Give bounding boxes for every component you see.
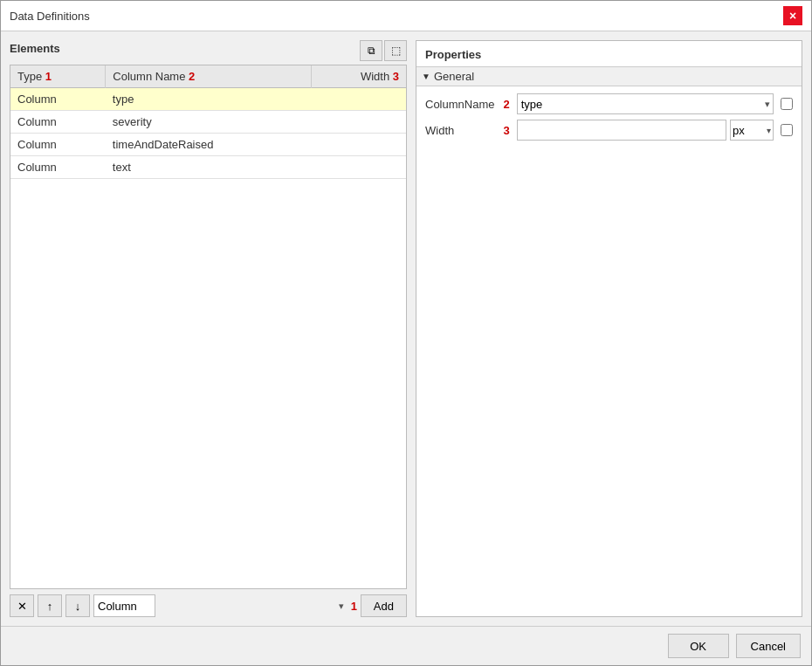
title-bar: Data Definitions × (1, 1, 811, 31)
type-select-badge: 1 (351, 600, 357, 613)
down-arrow-icon: ↓ (75, 600, 81, 613)
up-arrow-icon: ↑ (47, 600, 53, 613)
cancel-button[interactable]: Cancel (736, 634, 801, 658)
cell-column-name: severity (106, 111, 312, 134)
right-panel: Properties ▼ General ColumnName 2 type W… (416, 40, 802, 617)
column-name-checkbox[interactable] (781, 98, 793, 110)
type-select[interactable]: Column (93, 594, 155, 617)
dialog-body: Elements ⧉ ⬚ Type 1 Column Name 2 (1, 31, 811, 626)
width-input[interactable] (517, 120, 726, 141)
properties-label: Properties (416, 41, 802, 61)
move-down-button[interactable]: ↓ (65, 594, 90, 617)
cell-width (312, 111, 406, 134)
width-prop-label: Width (425, 124, 494, 137)
cell-type: Column (10, 156, 106, 179)
cell-column-name: timeAndDateRaised (106, 134, 312, 156)
width-badge: 3 (503, 124, 509, 137)
cell-type: Column (10, 134, 106, 156)
general-section-header[interactable]: ▼ General (416, 66, 802, 86)
unit-select[interactable]: px % em (730, 120, 774, 141)
width-checkbox[interactable] (781, 124, 793, 136)
ok-button[interactable]: OK (668, 634, 729, 658)
table-header-row: Type 1 Column Name 2 Width 3 (10, 65, 406, 88)
column-name-select-wrapper: type (517, 93, 774, 114)
dialog-footer: OK Cancel (1, 626, 811, 665)
cell-column-name: text (106, 156, 312, 179)
elements-header: Elements ⧉ ⬚ (10, 40, 407, 61)
collapse-icon: ▼ (422, 72, 430, 81)
cell-type: Column (10, 88, 106, 111)
copy-icon-btn-1[interactable]: ⧉ (360, 40, 382, 61)
cell-width (312, 156, 406, 179)
cell-width (312, 134, 406, 156)
icon-group: ⧉ ⬚ (360, 40, 407, 61)
copy-icon-btn-2[interactable]: ⬚ (384, 40, 407, 61)
table-body: Column type Column severity Column timeA… (10, 88, 406, 179)
table-row[interactable]: Column type (10, 88, 406, 111)
remove-icon: ✕ (17, 600, 27, 613)
table-row[interactable]: Column timeAndDateRaised (10, 134, 406, 156)
col-header-width: Width 3 (312, 65, 406, 88)
column-name-badge: 2 (503, 98, 509, 111)
elements-table-wrapper: Type 1 Column Name 2 Width 3 Co (10, 65, 407, 589)
table-row[interactable]: Column severity (10, 111, 406, 134)
left-panel: Elements ⧉ ⬚ Type 1 Column Name 2 (10, 40, 407, 617)
col-header-type: Type 1 (10, 65, 106, 88)
move-up-button[interactable]: ↑ (38, 594, 62, 617)
cell-width (312, 88, 406, 111)
cell-column-name: type (106, 88, 312, 111)
unit-select-wrapper: px % em (730, 120, 774, 141)
elements-table: Type 1 Column Name 2 Width 3 Co (10, 65, 406, 179)
remove-button[interactable]: ✕ (10, 594, 34, 617)
width-input-row: px % em (517, 120, 774, 141)
col-header-column-name: Column Name 2 (106, 65, 312, 88)
table-row[interactable]: Column text (10, 156, 406, 179)
column-name-select[interactable]: type (517, 93, 774, 114)
column-name-prop-label: ColumnName (425, 98, 494, 111)
properties-grid: ColumnName 2 type Width 3 px % (416, 86, 802, 148)
general-label: General (434, 70, 474, 83)
data-definitions-dialog: Data Definitions × Elements ⧉ ⬚ Type 1 (0, 0, 812, 666)
close-button[interactable]: × (783, 6, 802, 25)
add-button[interactable]: Add (361, 594, 407, 617)
elements-label: Elements (10, 42, 60, 55)
cell-type: Column (10, 111, 106, 134)
type-select-wrapper: Column (93, 594, 348, 617)
dialog-title: Data Definitions (10, 10, 90, 23)
bottom-toolbar: ✕ ↑ ↓ Column 1 Add (10, 594, 407, 617)
